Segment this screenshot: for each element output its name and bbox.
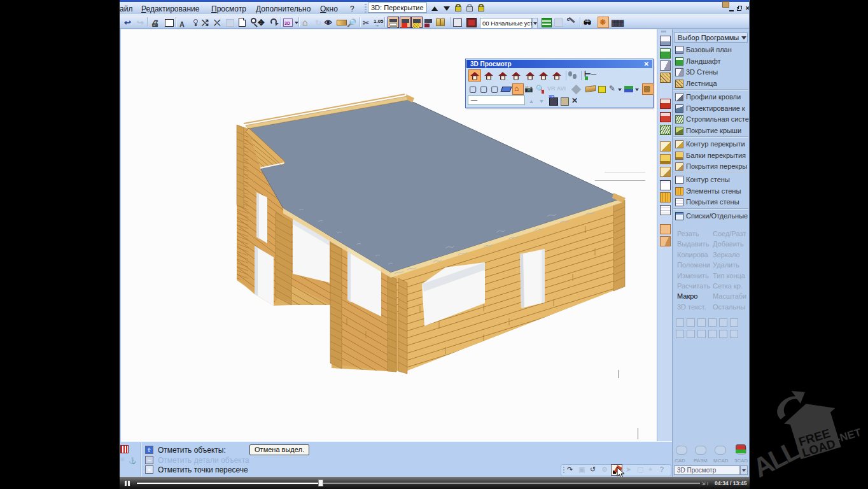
svg-text:-NET: -NET [835, 426, 863, 445]
